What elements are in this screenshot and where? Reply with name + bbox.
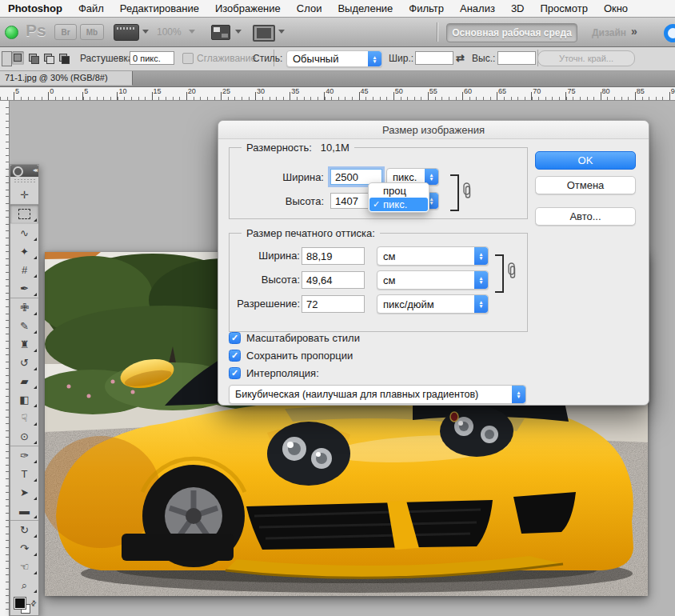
document-tab[interactable]: 71-1.jpg @ 30% (RGB/8#) [0,70,133,86]
checkbox-scale-styles[interactable]: ✓Масштабировать стили [229,330,360,345]
menu-edit[interactable]: Редактирование [112,2,207,14]
menu-view[interactable]: Просмотр [533,2,596,14]
print-width-unit-select[interactable]: см ▲▼ [377,246,489,266]
height-label: Выс.: [472,53,495,64]
palette-grip[interactable] [14,178,35,184]
menu-window[interactable]: Окно [596,2,636,14]
workspace-design-button[interactable]: Дизайн [592,27,626,38]
eraser-tool[interactable]: ▰ [10,372,38,390]
gradient-tool[interactable]: ◧ [10,390,38,409]
resolution-unit-stepper-icon[interactable]: ▲▼ [474,295,488,313]
mini-bridge-button[interactable]: Mb [80,24,104,40]
gradient-tool-icon: ◧ [19,394,29,405]
vertical-ruler[interactable] [0,100,10,616]
brush-tool[interactable]: ✎ [10,317,38,335]
print-width-unit-stepper-icon[interactable]: ▲▼ [474,247,488,265]
menu-select[interactable]: Выделение [330,2,401,14]
intersect-selection-icon[interactable] [58,51,70,65]
subtract-from-selection-icon[interactable] [42,51,54,65]
clone-stamp-tool[interactable]: ♜ [10,335,38,354]
print-width-input[interactable] [302,247,365,265]
checkbox-resample[interactable]: ✓Интерполяция: [229,366,319,380]
arrange-documents-arrow-icon[interactable] [235,30,242,34]
menu-photoshop[interactable]: Photoshop [5,2,70,14]
style-select[interactable]: Обычный ▲▼ [286,50,382,67]
print-height-unit-select[interactable]: см ▲▼ [377,270,489,290]
checkbox-icon[interactable]: ✓ [229,332,241,344]
cancel-button[interactable]: Отмена [535,176,636,194]
interpolation-select-stepper-icon[interactable]: ▲▼ [512,386,525,403]
auto-button[interactable]: Авто... [535,207,636,226]
print-height-input[interactable] [302,271,365,289]
print-height-unit-stepper-icon[interactable]: ▲▼ [474,271,488,289]
flyout-indicator-icon [34,274,37,278]
ruler-label: 30 [257,87,265,95]
tool-palette-header[interactable]: ◂◂ [10,165,38,177]
horizontal-ruler[interactable]: 5051015202530354045505560657075808590 [0,86,675,101]
rectangular-marquee-tool[interactable] [10,204,38,224]
move-tool[interactable]: ✛ [10,186,38,204]
menu-filter[interactable]: Фильтр [401,2,452,14]
ruler-label: 60 [464,87,472,95]
interpolation-select[interactable]: Бикубическая (наилучшая для плавных град… [229,385,526,404]
height-input[interactable] [497,51,536,65]
unit-option-pixels[interactable]: ✓пикс. [369,198,428,211]
type-tool[interactable]: T [10,465,38,483]
pen-tool[interactable]: ✑ [10,446,38,465]
screen-mode-arrow-icon[interactable] [142,30,149,34]
photoshop-window: ◂◂ ✛∿✦#✒✙✎♜↺▰◧☟⊙✑T➤▬↻↷☜⌕ ⇄ PhotoshopФайл… [0,0,675,616]
antialias-checkbox[interactable] [182,53,194,64]
collapse-panel-icon[interactable]: ◂◂ [33,166,36,174]
ok-button[interactable]: OK [535,151,636,170]
crop-tool[interactable]: # [10,261,38,279]
unit-option-percent[interactable]: проц [369,184,428,198]
shape-tool[interactable]: ▬ [10,502,38,520]
zoom-level-arrow-icon[interactable] [189,30,195,34]
menu-3d[interactable]: 3D [503,2,533,14]
menu-analysis[interactable]: Анализ [452,2,503,14]
checkbox-icon[interactable]: ✓ [229,350,241,362]
feather-input[interactable] [130,51,174,65]
cs-live-icon[interactable] [664,24,675,42]
checkbox-constrain-proportions[interactable]: ✓Сохранить пропорции [229,348,353,362]
3d-rotate-tool[interactable]: ↻ [10,520,38,539]
workspace-overflow-chevrons[interactable]: » [631,25,637,38]
resolution-input[interactable] [302,295,365,313]
spot-healing-brush-tool[interactable]: ✙ [10,298,38,317]
menu-layers[interactable]: Слои [289,2,330,14]
dimensions-label-text: Размерность: [246,142,312,154]
smudge-tool[interactable]: ☟ [10,409,38,427]
bridge-button[interactable]: Br [54,24,77,40]
view-extras-arrow-icon[interactable] [278,30,285,34]
tool-preset-icon[interactable] [2,51,12,66]
workspace-essentials-button[interactable]: Основная рабочая среда [446,23,577,42]
3d-orbit-tool[interactable]: ↷ [10,539,38,558]
dialog-titlebar[interactable]: Размер изображения [218,121,649,139]
window-control-green[interactable] [5,26,18,39]
menu-image[interactable]: Изображение [207,2,289,14]
arrange-documents-icon[interactable] [211,25,230,40]
swap-dimensions-icon[interactable]: ⇄ [456,52,465,64]
add-to-selection-icon[interactable] [27,51,39,65]
lasso-tool[interactable]: ∿ [10,224,38,242]
view-extras-icon[interactable] [253,25,275,42]
menu-file[interactable]: Файл [70,2,112,14]
flyout-indicator-icon [34,330,37,334]
checkbox-icon[interactable]: ✓ [229,367,241,379]
crop-tool-icon: # [22,265,27,275]
eyedropper-tool[interactable]: ✒ [10,279,38,298]
screen-mode-icon[interactable] [114,24,139,41]
width-input[interactable] [415,51,453,65]
zoom-tool[interactable]: ⌕ [10,576,38,594]
style-select-stepper-icon[interactable]: ▲▼ [368,51,381,66]
resolution-unit-select[interactable]: пикс/дюйм ▲▼ [377,294,489,314]
path-selection-tool[interactable]: ➤ [10,483,38,502]
new-selection-icon[interactable] [12,51,24,65]
magic-wand-tool[interactable]: ✦ [10,242,38,261]
foreground-color-swatch[interactable] [14,598,26,609]
zoom-level-value[interactable]: 100% [157,26,182,38]
flyout-indicator-icon [34,590,37,593]
dodge-tool[interactable]: ⊙ [10,427,38,446]
hand-tool[interactable]: ☜ [10,558,38,576]
history-brush-tool[interactable]: ↺ [10,354,38,372]
